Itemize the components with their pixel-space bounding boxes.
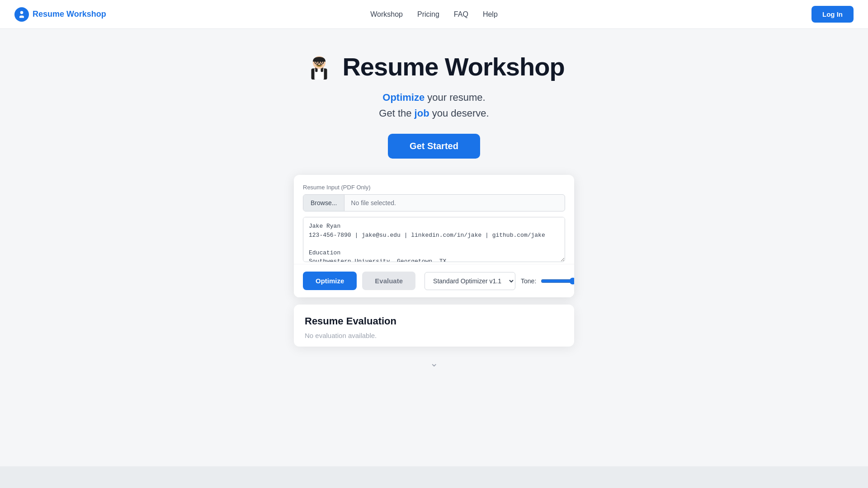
brand-label: Resume Workshop xyxy=(33,9,106,19)
evaluation-empty-message: No evaluation available. xyxy=(305,332,563,339)
brand-icon xyxy=(14,7,29,22)
card-actions: Optimize Evaluate Standard Optimizer v1.… xyxy=(294,264,574,297)
footer-strip xyxy=(0,466,868,488)
nav-item-workshop[interactable]: Workshop xyxy=(370,10,403,19)
file-name-display: No file selected. xyxy=(344,195,402,211)
workshop-card: Resume Input (PDF Only) Browse... No fil… xyxy=(294,175,574,297)
get-started-button[interactable]: Get Started xyxy=(388,134,480,159)
nav-item-help[interactable]: Help xyxy=(483,10,498,19)
file-input-row: Browse... No file selected. xyxy=(303,194,565,211)
resume-textarea[interactable] xyxy=(303,217,565,262)
evaluation-section: Resume Evaluation No evaluation availabl… xyxy=(294,305,574,347)
hero-section: Resume Workshop Optimize your resume. Ge… xyxy=(0,29,868,384)
navbar-nav: Workshop Pricing FAQ Help xyxy=(370,10,498,19)
hero-subtitle: Optimize your resume. Get the job you de… xyxy=(379,89,489,121)
optimize-button[interactable]: Optimize xyxy=(303,272,357,290)
navbar: Resume Workshop Workshop Pricing FAQ Hel… xyxy=(0,0,868,29)
nav-item-pricing[interactable]: Pricing xyxy=(417,10,439,19)
navbar-actions: Log In xyxy=(811,6,854,23)
nav-item-faq[interactable]: FAQ xyxy=(454,10,468,19)
scroll-hint: ⌄ xyxy=(430,357,438,369)
browse-button[interactable]: Browse... xyxy=(303,195,344,211)
hero-mascot-icon xyxy=(303,51,335,82)
login-button[interactable]: Log In xyxy=(811,6,854,23)
optimizer-select[interactable]: Standard Optimizer v1.1 xyxy=(425,272,515,290)
svg-point-0 xyxy=(20,11,24,14)
tone-slider[interactable] xyxy=(541,277,574,285)
brand-link[interactable]: Resume Workshop xyxy=(14,7,106,22)
evaluation-title: Resume Evaluation xyxy=(305,315,563,327)
card-input-area: Resume Input (PDF Only) Browse... No fil… xyxy=(294,175,574,264)
hero-title-row: Resume Workshop xyxy=(303,51,564,82)
hero-highlight-optimize: Optimize xyxy=(382,92,425,103)
tone-label: Tone: xyxy=(521,277,536,285)
chevron-down-icon: ⌄ xyxy=(430,357,438,369)
page-title: Resume Workshop xyxy=(342,52,564,81)
evaluate-button[interactable]: Evaluate xyxy=(362,272,415,290)
file-input-label: Resume Input (PDF Only) xyxy=(303,184,565,191)
tone-row: Tone: xyxy=(521,277,574,285)
